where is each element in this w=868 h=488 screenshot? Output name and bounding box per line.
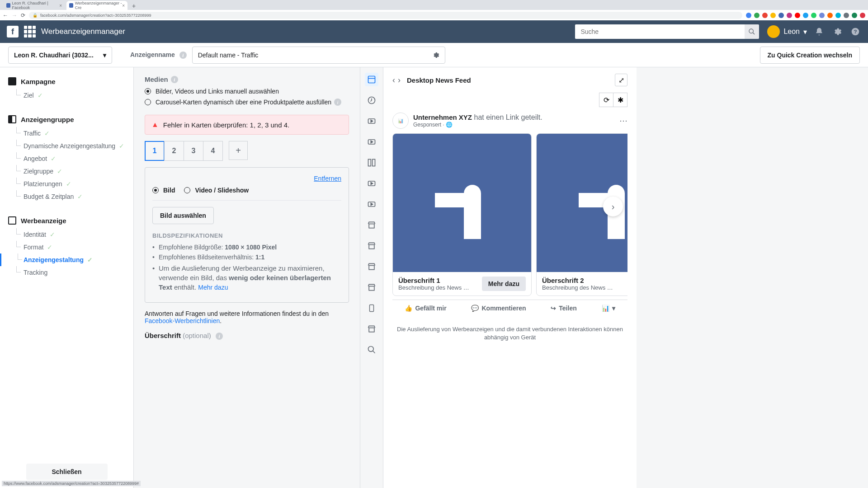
info-icon[interactable]: i	[171, 76, 178, 83]
sidebar-item-format[interactable]: Format✓	[0, 241, 133, 253]
remove-card-link[interactable]: Entfernen	[152, 175, 341, 182]
settings-icon[interactable]	[831, 26, 843, 38]
gear-icon[interactable]	[432, 52, 439, 59]
browser-tab-1[interactable]: Leon R. Chaudhari | Facebook ×	[4, 1, 65, 10]
svg-rect-4	[368, 76, 375, 83]
post-menu-icon[interactable]: ⋯	[619, 116, 627, 126]
check-icon: ✓	[50, 231, 55, 238]
share-button[interactable]: ↪Teilen	[551, 305, 576, 312]
learn-more-link[interactable]: Mehr dazu	[198, 284, 228, 291]
card-editor: Entfernen Bild Video / Slideshow Bild au…	[145, 167, 349, 303]
sidebar-item-traffic[interactable]: Traffic✓	[0, 127, 133, 140]
radio-manual[interactable]: Bilder, Videos und Links manuell auswähl…	[145, 88, 349, 95]
rail-video3-icon[interactable]	[365, 177, 378, 190]
search-input[interactable]	[575, 24, 745, 39]
search-button[interactable]	[745, 24, 759, 39]
check-icon: ✓	[51, 155, 56, 162]
stats-dropdown[interactable]: 📊▾	[602, 305, 615, 312]
quick-creation-button[interactable]: Zu Quick Creation wechseln	[760, 47, 860, 64]
carousel-next-arrow[interactable]: ›	[603, 197, 623, 216]
user-menu[interactable]: Leon ▾	[767, 25, 807, 38]
rail-shop5-icon[interactable]	[365, 322, 378, 336]
sidebar-item-creative[interactable]: Anzeigengestaltung✓	[0, 253, 133, 266]
bug-icon[interactable]: ✱	[613, 93, 627, 107]
svg-line-1	[753, 33, 755, 34]
cta-button[interactable]: Mehr dazu	[482, 277, 526, 291]
help-icon[interactable]: ?	[849, 26, 861, 38]
svg-text:?: ?	[854, 28, 857, 34]
card-tab-4[interactable]: 4	[203, 141, 223, 161]
carousel-card-1[interactable]: Überschrift 1 Beschreibung des News … Me…	[392, 133, 532, 296]
headline-label: Überschrift (optional) i	[145, 332, 349, 340]
refresh-icon[interactable]: ⟳	[599, 93, 613, 107]
sidebar-ad-head[interactable]: Werbeanzeige	[0, 213, 133, 228]
radio-image[interactable]: Bild	[152, 187, 175, 194]
policy-link[interactable]: Facebook-Werberichtlinien	[145, 317, 220, 324]
rail-shop2-icon[interactable]	[365, 239, 378, 253]
like-button[interactable]: 👍Gefällt mir	[405, 305, 446, 312]
sidebar-item-budget[interactable]: Budget & Zeitplan✓	[0, 190, 133, 203]
notifications-icon[interactable]	[813, 26, 825, 38]
facebook-logo[interactable]: f	[7, 26, 19, 38]
close-icon[interactable]: ×	[122, 3, 125, 8]
sidebar-item-audience[interactable]: Zielgruppe✓	[0, 165, 133, 178]
forward-button[interactable]: →	[12, 12, 17, 19]
search-icon	[748, 28, 755, 35]
sidebar-adset-head[interactable]: Anzeigengruppe	[0, 112, 133, 127]
rail-shop-icon[interactable]	[365, 218, 378, 232]
select-image-button[interactable]: Bild auswählen	[152, 207, 214, 224]
card-image	[393, 134, 531, 272]
sidebar-item-placements[interactable]: Platzierungen✓	[0, 178, 133, 190]
account-selector[interactable]: Leon R. Chaudhari (3032... ▾	[8, 47, 112, 64]
prev-arrow-left[interactable]: ‹	[392, 75, 395, 85]
sidebar-item-offer[interactable]: Angebot✓	[0, 152, 133, 165]
sidebar: Kampagne Ziel✓ Anzeigengruppe Traffic✓ D…	[0, 67, 134, 488]
close-icon[interactable]: ×	[59, 3, 62, 8]
sidebar-item-goal[interactable]: Ziel✓	[0, 89, 133, 102]
back-button[interactable]: ←	[3, 12, 8, 19]
rail-video4-icon[interactable]	[365, 197, 378, 211]
sidebar-item-identity[interactable]: Identität✓	[0, 228, 133, 241]
svg-point-0	[749, 29, 753, 33]
info-icon[interactable]: i	[179, 52, 187, 59]
ad-name-label: Anzeigenname i	[130, 51, 187, 59]
share-icon: ↪	[551, 305, 556, 312]
comment-button[interactable]: 💬Kommentieren	[471, 305, 526, 312]
rail-video-icon[interactable]	[365, 114, 378, 128]
facebook-favicon	[6, 3, 10, 8]
campaign-icon	[8, 77, 16, 85]
reload-button[interactable]: ⟳	[21, 12, 25, 19]
close-button[interactable]: Schließen	[26, 464, 108, 480]
card-tab-3[interactable]: 3	[184, 141, 203, 161]
sidebar-campaign-head[interactable]: Kampagne	[0, 74, 133, 89]
ad-name-input[interactable]: Default name - Traffic	[192, 47, 445, 64]
browser-tab-2[interactable]: Werbeanzeigenmanager - Cre ×	[66, 1, 127, 10]
add-card-button[interactable]: +	[229, 141, 248, 160]
facebook-header: f Werbeanzeigenmanager Leon ▾ ?	[0, 20, 868, 43]
prev-arrow-right[interactable]: ›	[398, 75, 401, 85]
expand-icon[interactable]: ⤢	[615, 74, 627, 86]
radio-video[interactable]: Video / Slideshow	[184, 187, 249, 194]
sidebar-item-dynamic[interactable]: Dynamische Anzeigengestaltung✓	[0, 140, 133, 152]
rail-mobile-icon[interactable]	[365, 301, 378, 315]
carousel-preview: Überschrift 1 Beschreibung des News … Me…	[392, 133, 627, 296]
new-tab-button[interactable]: +	[129, 2, 138, 10]
radio-icon	[184, 187, 190, 193]
radio-dynamic[interactable]: Carousel-Karten dynamisch über eine Prod…	[145, 99, 349, 106]
info-icon[interactable]: i	[334, 99, 341, 106]
rail-search-icon[interactable]	[365, 343, 378, 357]
rail-shop4-icon[interactable]	[365, 281, 378, 294]
card-tab-1[interactable]: 1	[145, 141, 165, 161]
rail-instant-icon[interactable]	[365, 94, 378, 107]
info-icon[interactable]: i	[216, 333, 223, 340]
address-bar[interactable]: 🔒 facebook.com/adsmanager/creation?act=3…	[29, 12, 742, 19]
rail-video2-icon[interactable]	[365, 135, 378, 149]
rail-feed-icon[interactable]	[365, 73, 378, 86]
app-menu-icon[interactable]	[24, 26, 36, 38]
rail-column-icon[interactable]	[365, 156, 378, 169]
sidebar-item-tracking[interactable]: Tracking	[0, 266, 133, 279]
rail-shop3-icon[interactable]	[365, 260, 378, 273]
svg-rect-21	[370, 305, 374, 312]
card-tab-2[interactable]: 2	[164, 141, 184, 161]
avatar	[767, 25, 780, 38]
